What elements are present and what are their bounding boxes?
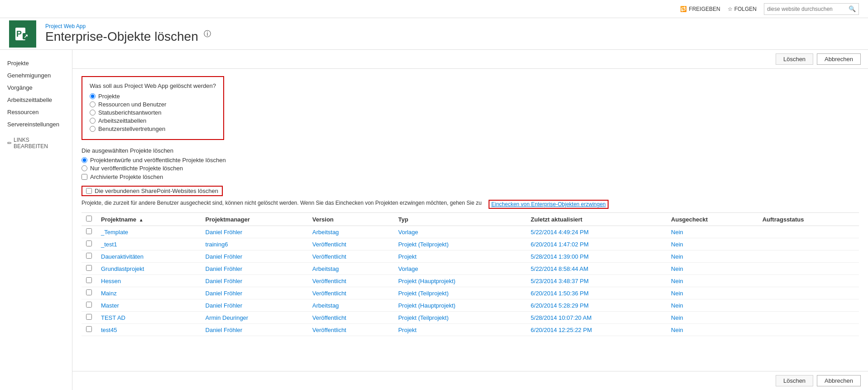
version-link[interactable]: Arbeitstag — [312, 265, 339, 272]
version-link[interactable]: Veröffentlicht — [312, 241, 346, 248]
row-checkbox[interactable] — [82, 324, 96, 336]
updated-link[interactable]: 5/23/2014 3:48:37 PM — [531, 278, 589, 284]
project-link[interactable]: Mainz — [101, 290, 117, 297]
row-checkbox[interactable] — [82, 226, 96, 238]
updated-link[interactable]: 5/22/2014 4:49:24 PM — [531, 229, 589, 236]
manager-link[interactable]: Daniel Fröhler — [206, 229, 243, 236]
version-link[interactable]: Arbeitstag — [312, 302, 339, 309]
checked-out-link[interactable]: Nein — [671, 314, 683, 321]
typ-link[interactable]: Vorlage — [398, 265, 418, 272]
typ-link[interactable]: Projekt (Teilprojekt) — [398, 241, 448, 248]
radio-all-projects[interactable]: Projektentwürfe und veröffentlichte Proj… — [82, 157, 859, 164]
row-select-checkbox[interactable] — [86, 302, 92, 308]
project-link[interactable]: TEST AD — [101, 314, 125, 321]
radio-benutzerstellvertretungen[interactable]: Benutzerstellvertretungen — [90, 125, 216, 132]
updated-link[interactable]: 5/28/2014 10:07:20 AM — [531, 314, 591, 321]
select-all-checkbox[interactable] — [86, 216, 92, 221]
row-select-checkbox[interactable] — [86, 228, 92, 234]
project-link[interactable]: Daueraktivitäten — [101, 253, 144, 260]
manager-link[interactable]: Daniel Fröhler — [206, 278, 243, 284]
row-checkbox[interactable] — [82, 238, 96, 250]
sidebar-item-servereinstellungen[interactable]: Servereinstellungen — [0, 118, 72, 130]
col-projektname[interactable]: Projektname ▲ — [96, 213, 201, 226]
loeschen-button-bottom[interactable]: Löschen — [776, 375, 813, 386]
version-link[interactable]: Veröffentlicht — [312, 253, 346, 260]
sidebar-item-projekte[interactable]: Projekte — [0, 57, 72, 69]
manager-link[interactable]: Daniel Fröhler — [206, 290, 243, 297]
radio-projekte-input[interactable] — [90, 93, 96, 99]
project-link[interactable]: _Template — [101, 229, 128, 236]
checked-out-link[interactable]: Nein — [671, 302, 683, 309]
typ-link[interactable]: Projekt — [398, 327, 416, 333]
row-select-checkbox[interactable] — [86, 241, 92, 246]
manager-link[interactable]: Daniel Fröhler — [206, 302, 243, 309]
project-link[interactable]: _test1 — [101, 241, 117, 248]
row-select-checkbox[interactable] — [86, 326, 92, 332]
sidebar-edit-links[interactable]: ✏ LINKS BEARBEITEN — [0, 134, 72, 152]
radio-benutzerstellvertretungen-input[interactable] — [90, 126, 96, 132]
version-link[interactable]: Arbeitstag — [312, 229, 339, 236]
radio-ressourcen-input[interactable] — [90, 101, 96, 107]
row-checkbox[interactable] — [82, 250, 96, 263]
checked-out-link[interactable]: Nein — [671, 229, 683, 236]
folgen-action[interactable]: ☆ FOLGEN — [728, 6, 757, 12]
manager-link[interactable]: Daniel Fröhler — [206, 327, 243, 333]
checked-out-link[interactable]: Nein — [671, 253, 683, 260]
row-checkbox[interactable] — [82, 287, 96, 299]
row-checkbox[interactable] — [82, 299, 96, 312]
radio-ressourcen[interactable]: Ressourcen und Benutzer — [90, 101, 216, 108]
row-select-checkbox[interactable] — [86, 277, 92, 283]
checkbox-archive-input[interactable] — [82, 174, 87, 180]
typ-link[interactable]: Projekt (Teilprojekt) — [398, 290, 448, 297]
checked-out-link[interactable]: Nein — [671, 290, 683, 297]
project-link[interactable]: Master — [101, 302, 119, 309]
updated-link[interactable]: 6/20/2014 5:28:29 PM — [531, 302, 589, 309]
typ-link[interactable]: Projekt (Teilprojekt) — [398, 314, 448, 321]
project-link[interactable]: Hessen — [101, 278, 121, 284]
abbrechen-button-top[interactable]: Abbrechen — [817, 53, 861, 65]
updated-link[interactable]: 5/22/2014 8:58:44 AM — [531, 265, 588, 272]
radio-statusberichte[interactable]: Statusberichtsantworten — [90, 109, 216, 116]
row-select-checkbox[interactable] — [86, 265, 92, 271]
checked-out-link[interactable]: Nein — [671, 265, 683, 272]
abbrechen-button-bottom[interactable]: Abbrechen — [817, 375, 861, 386]
freigeben-action[interactable]: 🔁 FREIGEBEN — [680, 6, 720, 12]
loeschen-button-top[interactable]: Löschen — [776, 53, 813, 65]
row-checkbox[interactable] — [82, 275, 96, 287]
search-input[interactable] — [767, 6, 849, 12]
manager-link[interactable]: Armin Deuringer — [206, 314, 249, 321]
version-link[interactable]: Veröffentlicht — [312, 278, 346, 284]
sidebar-item-genehmigungen[interactable]: Genehmigungen — [0, 69, 72, 82]
typ-link[interactable]: Projekt (Hauptprojekt) — [398, 302, 455, 309]
radio-published-only-input[interactable] — [82, 165, 87, 171]
sidebar-item-ressourcen[interactable]: Ressourcen — [0, 106, 72, 118]
radio-projekte[interactable]: Projekte — [90, 93, 216, 100]
sidebar-item-vorgaenge[interactable]: Vorgänge — [0, 82, 72, 94]
radio-all-projects-input[interactable] — [82, 157, 87, 163]
version-link[interactable]: Veröffentlicht — [312, 327, 346, 333]
typ-link[interactable]: Vorlage — [398, 229, 418, 236]
radio-arbeitszeittabellen[interactable]: Arbeitszeittabellen — [90, 117, 216, 124]
manager-link[interactable]: Daniel Fröhler — [206, 265, 243, 272]
row-select-checkbox[interactable] — [86, 314, 92, 320]
row-checkbox[interactable] — [82, 263, 96, 275]
checked-out-link[interactable]: Nein — [671, 241, 683, 248]
row-checkbox[interactable] — [82, 312, 96, 324]
radio-arbeitszeittabellen-input[interactable] — [90, 118, 96, 124]
row-select-checkbox[interactable] — [86, 289, 92, 295]
sidebar-item-arbeitszeittabelle[interactable]: Arbeitszeittabelle — [0, 94, 72, 106]
updated-link[interactable]: 6/20/2014 1:50:36 PM — [531, 290, 589, 297]
force-checkin-link[interactable]: Einchecken von Enterprise-Objekten erzwi… — [489, 200, 609, 209]
typ-link[interactable]: Projekt (Hauptprojekt) — [398, 278, 455, 284]
updated-link[interactable]: 6/20/2014 12:25:22 PM — [531, 327, 592, 333]
typ-link[interactable]: Projekt — [398, 253, 416, 260]
version-link[interactable]: Veröffentlicht — [312, 290, 346, 297]
version-link[interactable]: Veröffentlicht — [312, 314, 346, 321]
checked-out-link[interactable]: Nein — [671, 278, 683, 284]
radio-published-only[interactable]: Nur veröffentlichte Projekte löschen — [82, 165, 859, 172]
project-link[interactable]: Grundlastprojekt — [101, 265, 144, 272]
checked-out-link[interactable]: Nein — [671, 327, 683, 333]
manager-link[interactable]: training6 — [206, 241, 228, 248]
updated-link[interactable]: 6/20/2014 1:47:02 PM — [531, 241, 589, 248]
project-link[interactable]: test45 — [101, 327, 117, 333]
